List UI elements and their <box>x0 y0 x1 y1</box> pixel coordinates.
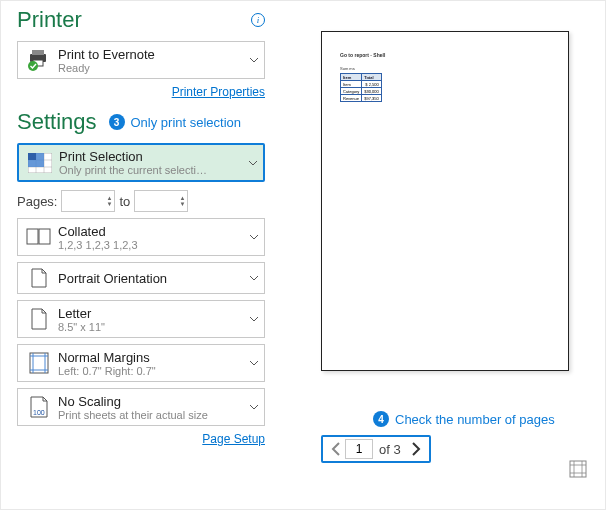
prev-page-button[interactable] <box>327 442 345 456</box>
chevron-down-icon <box>250 233 258 241</box>
chevron-down-icon <box>250 315 258 323</box>
current-page-input[interactable] <box>345 439 373 459</box>
preview-cell: Revenue <box>341 95 362 102</box>
page-of-text: of 3 <box>379 442 401 457</box>
svg-text:100: 100 <box>33 409 45 416</box>
spin-down-icon[interactable]: ▼ <box>179 201 185 207</box>
annotation-4-text: Check the number of pages <box>395 412 555 427</box>
chevron-down-icon <box>250 403 258 411</box>
margins-selector[interactable]: Normal Margins Left: 0.7" Right: 0.7" <box>17 344 265 382</box>
page-setup-link[interactable]: Page Setup <box>202 432 265 446</box>
preview-cell: $97,350 <box>362 95 381 102</box>
preview-doc-title: Go to report - Shell <box>340 52 550 58</box>
svg-rect-10 <box>28 153 36 160</box>
svg-rect-19 <box>570 461 586 477</box>
preview-th-1: Total <box>362 74 381 81</box>
printer-selector[interactable]: Print to Evernote Ready <box>17 41 265 79</box>
preview-cell: $30,000 <box>362 88 381 95</box>
annotation-4-number: 4 <box>373 411 389 427</box>
scaling-selector[interactable]: 100 No Scaling Print sheets at their act… <box>17 388 265 426</box>
preview-subtitle: Sum ms <box>340 66 550 71</box>
printer-title: Printer <box>17 7 82 33</box>
preview-cell: $ 2,500 <box>362 81 381 88</box>
printer-properties-link[interactable]: Printer Properties <box>172 85 265 99</box>
info-icon[interactable]: i <box>251 13 265 27</box>
next-page-button[interactable] <box>407 442 425 456</box>
pages-label: Pages: <box>17 194 57 209</box>
collate-icon <box>24 228 54 246</box>
settings-title: Settings <box>17 109 97 135</box>
scaling-line1: No Scaling <box>58 394 258 409</box>
annotation-3-text: Only print selection <box>131 115 242 130</box>
pages-from-value[interactable] <box>62 194 98 208</box>
pages-from-input[interactable]: ▲ ▼ <box>61 190 115 212</box>
paper-line1: Letter <box>58 306 258 321</box>
preview-table: Item Total Item $ 2,500 Category $30,000… <box>340 73 382 102</box>
margins-line2: Left: 0.7" Right: 0.7" <box>58 365 258 377</box>
print-preview: Go to report - Shell Sum ms Item Total I… <box>321 31 569 371</box>
page-navigator: of 3 <box>327 439 425 459</box>
printer-ready-icon <box>24 48 54 72</box>
scaling-line2: Print sheets at their actual size <box>58 409 258 421</box>
margins-line1: Normal Margins <box>58 350 258 365</box>
chevron-down-icon <box>250 359 258 367</box>
spin-down-icon[interactable]: ▼ <box>107 201 113 207</box>
annotation-3: 3 Only print selection <box>109 114 242 130</box>
chevron-down-icon <box>250 274 258 282</box>
svg-rect-1 <box>32 50 44 55</box>
paper-size-selector[interactable]: Letter 8.5" x 11" <box>17 300 265 338</box>
preview-cell: Item <box>341 81 362 88</box>
preview-th-0: Item <box>341 74 362 81</box>
annotation-3-number: 3 <box>109 114 125 130</box>
orientation-line1: Portrait Orientation <box>58 271 258 286</box>
chevron-down-icon <box>249 159 257 167</box>
pager-highlight: of 3 <box>321 435 431 463</box>
pages-to-input[interactable]: ▲ ▼ <box>134 190 188 212</box>
printer-name: Print to Evernote <box>58 47 258 62</box>
print-area-selector[interactable]: Print Selection Only print the current s… <box>17 143 265 182</box>
svg-rect-11 <box>27 229 38 244</box>
annotation-4: 4 Check the number of pages <box>373 411 601 427</box>
print-selection-icon <box>25 153 55 173</box>
portrait-icon <box>24 268 54 288</box>
pages-to-value[interactable] <box>135 194 171 208</box>
preview-cell: Category <box>341 88 362 95</box>
chevron-down-icon <box>250 56 258 64</box>
printer-status: Ready <box>58 62 258 74</box>
pages-to-label: to <box>119 194 130 209</box>
paper-line2: 8.5" x 11" <box>58 321 258 333</box>
print-area-line1: Print Selection <box>59 149 257 164</box>
margins-icon <box>24 352 54 374</box>
svg-rect-12 <box>39 229 50 244</box>
collate-selector[interactable]: Collated 1,2,3 1,2,3 1,2,3 <box>17 218 265 256</box>
collate-line1: Collated <box>58 224 258 239</box>
print-area-line2: Only print the current selecti… <box>59 164 257 176</box>
orientation-selector[interactable]: Portrait Orientation <box>17 262 265 294</box>
show-margins-button[interactable] <box>569 460 587 481</box>
svg-point-3 <box>28 61 38 71</box>
pages-row: Pages: ▲ ▼ to ▲ ▼ <box>17 190 265 212</box>
collate-line2: 1,2,3 1,2,3 1,2,3 <box>58 239 258 251</box>
scaling-icon: 100 <box>24 396 54 418</box>
page-icon <box>24 308 54 330</box>
